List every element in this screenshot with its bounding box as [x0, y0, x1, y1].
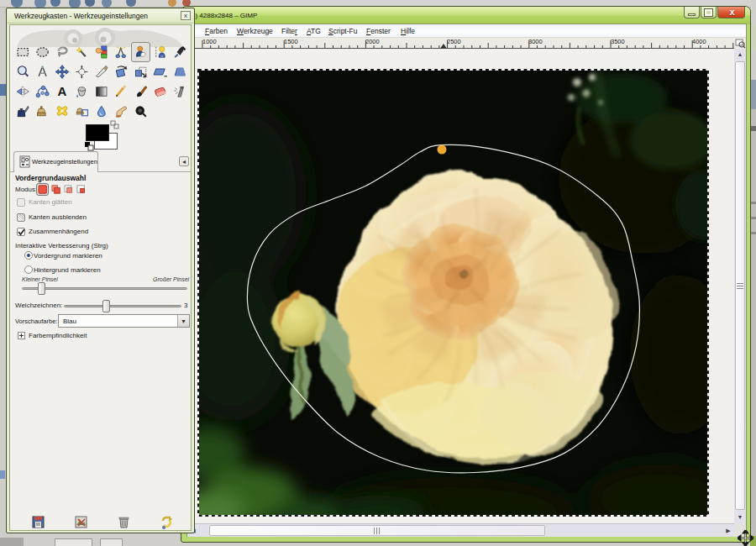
svg-text:A: A — [58, 84, 67, 98]
